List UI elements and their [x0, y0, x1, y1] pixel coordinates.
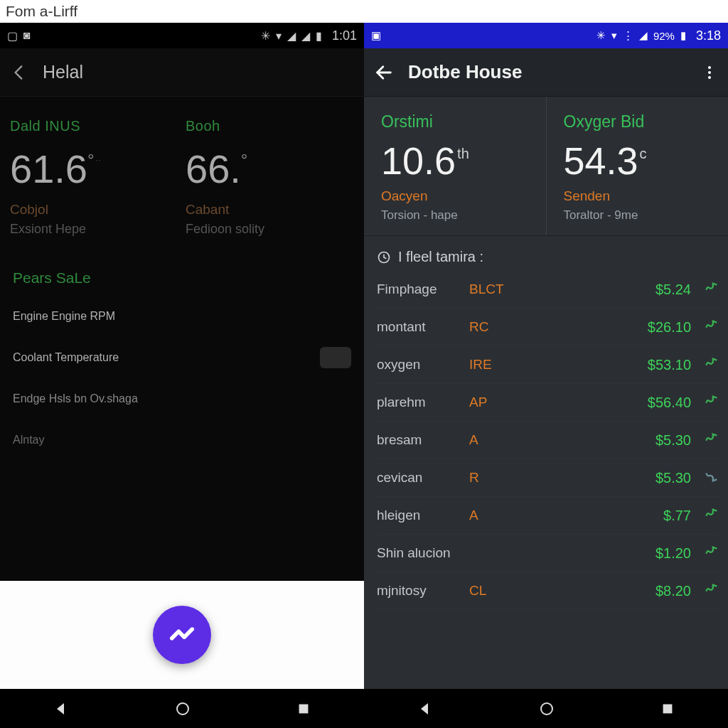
clock-icon	[377, 250, 391, 264]
gauge-sub1: Senden	[564, 188, 714, 204]
phone-right: ▣ ✳ ▾ ⋮ ◢ 92% ▮ 3:18 Dotbe House O	[364, 23, 728, 728]
gauge-card-0[interactable]: Dald INUS 61.6°·· Cobjol Exsiont Hepe	[10, 118, 178, 237]
list-item[interactable]: oxygenIRE$53.10	[377, 346, 719, 384]
item-code: A	[469, 508, 478, 523]
back-icon[interactable]	[10, 63, 28, 82]
footer-panel	[0, 581, 364, 689]
item-name: plarehm	[377, 395, 462, 410]
page-title: Helal	[43, 62, 354, 82]
phone-left: ▢ ◙ ✳ ▾ ◢ ◢ ▮ 1:01 Helal Dald INUS 61.	[0, 23, 364, 728]
nav-back-icon[interactable]	[417, 700, 434, 717]
item-name: montant	[377, 319, 462, 335]
list-item-label: Coolant Temperature	[13, 351, 119, 364]
svg-rect-1	[299, 705, 309, 714]
nav-recent-icon[interactable]	[296, 701, 311, 717]
gauge-sub2: Torsion - hape	[381, 208, 532, 223]
gauge-sub2: Fedioon solity	[186, 222, 354, 237]
battery-icon: ▮	[680, 29, 686, 42]
item-name: bresam	[377, 432, 462, 448]
list-item[interactable]: plarehmAP$56.40	[377, 384, 719, 422]
nav-recent-icon[interactable]	[660, 701, 675, 717]
item-name: mjnitosy	[377, 583, 462, 599]
gauge-label: Dald INUS	[10, 118, 178, 134]
svg-point-4	[708, 71, 711, 74]
gauge-card-1[interactable]: Booh 66.° Cabant Fedioon solity	[186, 118, 354, 237]
status-bar: ▣ ✳ ▾ ⋮ ◢ 92% ▮ 3:18	[364, 23, 728, 48]
svg-point-7	[541, 703, 552, 714]
gauge-value: 66.°	[186, 146, 354, 192]
gauge-sub2: Exsiont Hepe	[10, 222, 178, 237]
page-title: Dotbe House	[408, 61, 687, 83]
gauge-sub1: Oacyen	[381, 188, 532, 204]
list-item[interactable]: Alntay	[13, 423, 351, 457]
trend-up-icon	[704, 544, 719, 562]
item-name: hleigen	[377, 508, 462, 523]
fab-button[interactable]	[153, 606, 211, 664]
gauge-unit: °	[241, 150, 248, 169]
svg-rect-8	[663, 705, 673, 714]
svg-point-5	[708, 76, 711, 79]
list-item[interactable]: montantRC$26.10	[377, 309, 719, 346]
trend-up-icon	[704, 431, 719, 449]
list-item[interactable]: Coolant Temperature	[13, 341, 351, 375]
trend-up-icon	[704, 506, 719, 525]
nav-home-icon[interactable]	[174, 700, 191, 717]
item-price: $.77	[663, 508, 691, 524]
gauge-sub2: Toraltor - 9me	[564, 208, 714, 223]
app-bar: Helal	[0, 48, 364, 97]
back-icon[interactable]	[374, 63, 394, 82]
gauge-card-0[interactable]: Orstimi 10.6th Oacyen Torsion - hape	[364, 97, 546, 235]
battery-icon: ▮	[316, 29, 322, 43]
bluetooth-icon: ✳	[261, 29, 270, 43]
item-code: R	[469, 470, 479, 486]
gauge-label: Booh	[186, 118, 354, 134]
more-icon[interactable]	[701, 64, 718, 81]
gauge-sub1: Cabant	[186, 202, 354, 218]
status-bar: ▢ ◙ ✳ ▾ ◢ ◢ ▮ 1:01	[0, 23, 364, 48]
list-item[interactable]: cevicanR$5.30	[377, 459, 719, 497]
outer-caption: Fom a-Lirff	[0, 0, 728, 23]
gauge-unit: c	[640, 146, 647, 161]
item-price: $53.10	[648, 357, 691, 373]
status-left-icons: ▣	[371, 29, 381, 42]
list-item[interactable]: FimphageBLCT$5.24	[377, 271, 719, 309]
list-item[interactable]: hleigenA$.77	[377, 497, 719, 535]
trend-up-icon	[704, 582, 719, 600]
phone-pair: ▢ ◙ ✳ ▾ ◢ ◢ ▮ 1:01 Helal Dald INUS 61.	[0, 23, 728, 728]
list-item[interactable]: bresamA$5.30	[377, 422, 719, 459]
notification-icon: ▣	[371, 29, 381, 42]
bluetooth-icon: ✳	[596, 29, 606, 42]
data-icon: ⋮	[623, 29, 633, 42]
thumbnail-icon	[320, 347, 351, 368]
gauge-row: Dald INUS 61.6°·· Cobjol Exsiont Hepe Bo…	[0, 97, 364, 244]
price-list: FimphageBLCT$5.24montantRC$26.10oxygenIR…	[364, 268, 728, 616]
gauge-label: Orstimi	[381, 112, 532, 132]
item-price: $5.30	[655, 470, 691, 486]
android-nav-bar	[364, 689, 728, 728]
gauge-number: 61.6	[10, 146, 87, 191]
item-name: oxygen	[377, 357, 462, 373]
item-code: AP	[469, 395, 487, 410]
list-item-label: Endge Hsls bn Ov.shaga	[13, 392, 138, 405]
trend-down-icon	[704, 469, 719, 487]
trend-up-icon	[704, 280, 719, 299]
section-header: I fleel tamira :	[364, 236, 728, 268]
list-item[interactable]: Engine Engine RPM	[13, 299, 351, 333]
gauge-number: 66.	[186, 146, 241, 191]
item-code: BLCT	[469, 282, 504, 297]
list-item[interactable]: Shin alucion$1.20	[377, 535, 719, 572]
item-price: $8.20	[655, 583, 691, 599]
list-item[interactable]: mjnitosyCL$8.20	[377, 572, 719, 610]
gauge-card-1[interactable]: Oxyger Bid 54.3c Senden Toraltor - 9me	[546, 97, 729, 235]
item-code: A	[469, 432, 478, 448]
item-name: Fimphage	[377, 282, 462, 297]
nav-home-icon[interactable]	[538, 700, 555, 717]
list-item[interactable]: Endge Hsls bn Ov.shaga	[13, 382, 351, 416]
item-price: $26.10	[648, 319, 691, 336]
gauge-number: 54.3	[564, 139, 638, 182]
sensor-list: Engine Engine RPM Coolant Temperature En…	[0, 292, 364, 457]
nav-back-icon[interactable]	[53, 700, 70, 717]
item-price: $5.24	[655, 282, 691, 298]
status-right-icons: ✳ ▾ ◢ ◢ ▮ 1:01	[261, 28, 357, 43]
wifi-icon: ▾	[276, 29, 282, 43]
